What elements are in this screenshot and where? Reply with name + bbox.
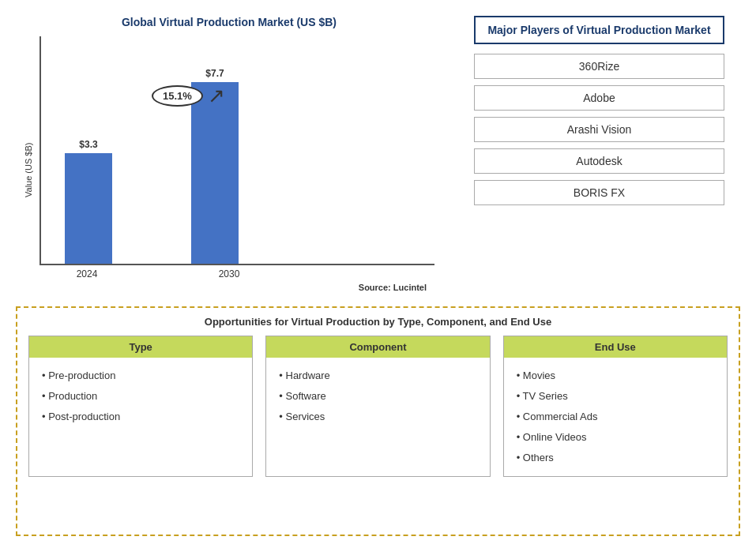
player-item-3: Arashi Vision: [474, 117, 724, 142]
columns-container: Type Pre-production Production Post-prod…: [28, 336, 728, 477]
players-area: Major Players of Virtual Production Mark…: [458, 8, 740, 300]
cagr-arrow: ↗: [208, 84, 225, 108]
player-item-2: Adobe: [474, 85, 724, 111]
bar-2030: [191, 82, 239, 264]
type-item-1: Pre-production: [42, 366, 239, 386]
cagr-ellipse: 15.1%: [152, 85, 203, 107]
y-axis-label: Value (US $B): [24, 36, 39, 280]
player-item-5: BORIS FX: [474, 180, 724, 205]
chart-title: Global Virtual Production Market (US $B): [24, 16, 434, 28]
bar-group-2024: $3.3: [65, 139, 112, 264]
x-axis-labels: 2024 2030: [39, 265, 434, 280]
opp-column-component: Component Hardware Software Services: [265, 336, 490, 477]
type-item-2: Production: [42, 386, 239, 407]
enduse-item-1: Movies: [517, 366, 714, 386]
opp-col-body-enduse: Movies TV Series Commercial Ads Online V…: [504, 358, 727, 476]
bar-2024: [65, 153, 112, 264]
players-title: Major Players of Virtual Production Mark…: [474, 16, 724, 44]
enduse-item-3: Commercial Ads: [517, 407, 714, 427]
opp-col-header-type: Type: [29, 336, 252, 358]
player-item-1: 360Rize: [474, 54, 724, 79]
top-section: Global Virtual Production Market (US $B)…: [16, 8, 740, 300]
bars-container: $3.3 15.1% ↗ $7.7: [39, 36, 434, 265]
opp-column-enduse: End Use Movies TV Series Commercial Ads …: [503, 336, 728, 477]
enduse-item-5: Others: [517, 448, 714, 468]
opp-col-header-enduse: End Use: [504, 336, 727, 358]
component-item-1: Hardware: [279, 366, 476, 386]
x-label-2030: 2030: [205, 268, 253, 280]
opp-col-body-component: Hardware Software Services: [266, 358, 489, 435]
opportunities-title: Opportunities for Virtual Production by …: [28, 316, 728, 328]
opp-col-header-component: Component: [266, 336, 489, 358]
chart-area: Global Virtual Production Market (US $B)…: [16, 8, 442, 300]
cagr-annotation: 15.1% ↗: [152, 84, 225, 108]
component-item-2: Software: [279, 386, 476, 407]
bottom-section: Opportunities for Virtual Production by …: [16, 306, 740, 536]
x-label-2024: 2024: [63, 268, 111, 280]
chart-plot: $3.3 15.1% ↗ $7.7: [39, 36, 434, 280]
type-item-3: Post-production: [42, 407, 239, 427]
enduse-item-2: TV Series: [517, 386, 714, 407]
source-text: Source: Lucintel: [24, 283, 434, 292]
player-item-4: Autodesk: [474, 148, 724, 174]
enduse-item-4: Online Videos: [517, 427, 714, 448]
opp-column-type: Type Pre-production Production Post-prod…: [28, 336, 253, 477]
main-container: Global Virtual Production Market (US $B)…: [0, 0, 756, 544]
bar-value-2024: $3.3: [79, 139, 97, 150]
opp-col-body-type: Pre-production Production Post-productio…: [29, 358, 252, 435]
bar-value-2030: $7.7: [205, 68, 224, 79]
component-item-3: Services: [279, 407, 476, 427]
chart-inner: Value (US $B) $3.3 15.1% ↗: [24, 36, 434, 280]
